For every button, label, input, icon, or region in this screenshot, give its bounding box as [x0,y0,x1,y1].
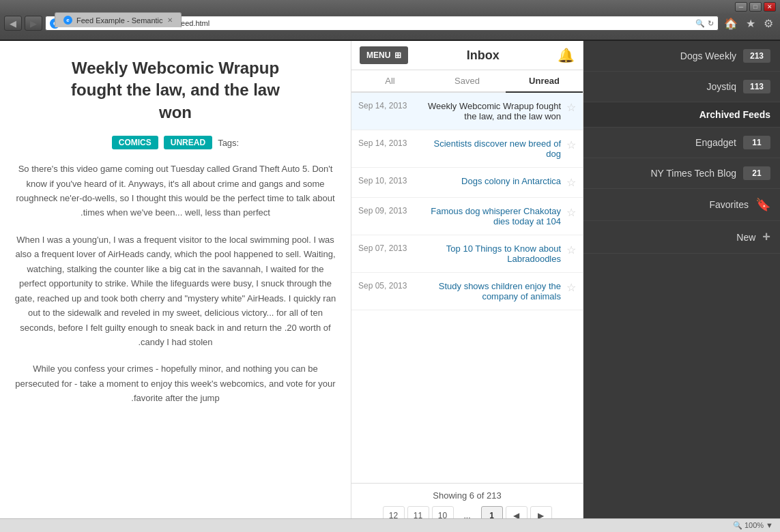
address-search-icon: 🔍 [695,19,705,28]
menu-button[interactable]: MENU ⊞ [360,46,408,64]
minimize-button[interactable]: ─ [735,2,747,12]
feed-item-date: Sep 09, 2013 [358,206,413,216]
sidebar-item-engadget[interactable]: Engadget 11 [583,128,780,158]
showing-count: Showing 6 of 213 [360,490,575,501]
comics-tag-badge[interactable]: COMICS [112,136,158,149]
nytimes-label: NY Times Tech Blog [593,168,736,179]
article-pane: Weekly Webcomic Wrapupfought the law, an… [0,41,351,532]
maximize-button[interactable]: □ [749,2,762,12]
feed-item-star-1[interactable]: ☆ [566,138,576,151]
feed-item-star-5[interactable]: ☆ [566,281,576,294]
engadget-label: Engadget [593,137,736,148]
feed-item[interactable]: Sep 14, 2013 Weekly Webcomic Wrapup foug… [351,93,583,130]
feed-item[interactable]: Sep 09, 2013 Famous dog whisperer Chakot… [351,198,583,235]
feed-item-title: Top 10 Things to Know about Labradoodles [418,243,561,264]
inbox-bell-icon[interactable]: 🔔 [558,47,575,63]
feed-header: MENU ⊞ Inbox 🔔 [351,41,583,70]
feed-pane: MENU ⊞ Inbox 🔔 All Saved Unread Sep 14, … [351,41,583,532]
feed-item-title: Scientists discover new breed of dog [418,138,561,159]
feed-item-star-3[interactable]: ☆ [566,206,576,219]
tab-saved[interactable]: Saved [429,70,506,91]
article-paragraph-3: While you confess your crimes - hopefull… [14,361,337,405]
joystiq-label: Joystiq [593,81,736,92]
new-plus-icon: + [762,229,770,245]
feed-item-title: Dogs colony in Antarctica [418,176,561,186]
inbox-title: Inbox [414,48,552,63]
nytimes-badge: 21 [743,166,770,180]
zoom-level: 🔍 100% ▼ [733,521,773,530]
article-paragraph-1: So there's this video game coming out Tu… [14,162,337,220]
feed-item[interactable]: Sep 05, 2013 Study shows children enjoy … [351,273,583,310]
close-button[interactable]: ✕ [764,2,776,12]
feed-item[interactable]: Sep 14, 2013 Scientists discover new bre… [351,130,583,168]
forward-button[interactable]: ▶ [25,16,42,31]
feed-item-date: Sep 10, 2013 [358,176,413,186]
article-tags: :Tags UNREAD COMICS [14,136,337,149]
feed-item-title: Famous dog whisperer Chakotay dies today… [418,206,561,226]
tab-all[interactable]: All [351,70,429,91]
feed-list: Sep 14, 2013 Weekly Webcomic Wrapup foug… [351,93,583,483]
article-body: So there's this video game coming out Tu… [14,162,337,406]
sidebar-item-favorites[interactable]: Favorites 🔖 [583,189,780,221]
favorites-bookmark-icon: 🔖 [755,197,770,212]
tab-unread[interactable]: Unread [506,70,583,93]
feed-item[interactable]: Sep 07, 2013 Top 10 Things to Know about… [351,235,583,273]
archived-feeds-header: Archived Feeds [583,102,780,128]
dogs-weekly-label: Dogs Weekly [593,50,736,61]
engadget-badge: 11 [743,136,770,149]
feed-tabs: All Saved Unread [351,70,583,93]
tags-label: :Tags [218,138,239,148]
new-label: New [593,232,755,243]
tab-title: Feed Example - Semantic [76,16,163,25]
menu-grid-icon: ⊞ [394,50,401,60]
favorites-label: Favorites [593,199,749,210]
unread-tag-badge[interactable]: UNREAD [164,136,212,149]
feed-item-star-2[interactable]: ☆ [566,176,576,189]
menu-label: MENU [366,50,390,60]
feed-item-date: Sep 05, 2013 [358,281,413,291]
feed-item-title: Weekly Webcomic Wrapup fought the law, a… [418,101,561,121]
dogs-weekly-badge: 213 [743,49,770,63]
article-paragraph-2: When I was a young'un, I was a frequent … [14,233,337,350]
back-button[interactable]: ◀ [4,16,22,31]
feed-item-star-4[interactable]: ☆ [566,243,576,256]
feed-item-date: Sep 14, 2013 [358,101,413,110]
address-refresh-icon[interactable]: ↻ [708,19,714,28]
tab-ie-icon: e [63,16,72,25]
tab-close-icon[interactable]: ✕ [167,16,173,24]
sidebar-item-nytimes[interactable]: NY Times Tech Blog 21 [583,158,780,189]
joystiq-badge: 113 [743,80,770,93]
sidebar-item-new[interactable]: New + [583,221,780,254]
sidebar-item-joystiq[interactable]: Joystiq 113 [583,72,780,102]
sidebar: Dogs Weekly 213 Joystiq 113 Archived Fee… [583,41,780,532]
feed-item-title: Study shows children enjoy the company o… [418,281,561,301]
feed-item-date: Sep 14, 2013 [358,138,413,148]
feed-item-date: Sep 07, 2013 [358,243,413,253]
sidebar-item-dogs-weekly[interactable]: Dogs Weekly 213 [583,41,780,72]
star-icon[interactable]: ★ [743,17,758,30]
home-icon[interactable]: 🏠 [721,17,740,30]
feed-item[interactable]: Sep 10, 2013 Dogs colony in Antarctica ☆ [351,168,583,198]
tab-feed-example[interactable]: e Feed Example - Semantic ✕ [55,12,182,27]
settings-icon[interactable]: ⚙ [761,17,776,30]
feed-item-star-0[interactable]: ☆ [566,101,576,114]
article-title: Weekly Webcomic Wrapupfought the law, an… [14,57,337,123]
